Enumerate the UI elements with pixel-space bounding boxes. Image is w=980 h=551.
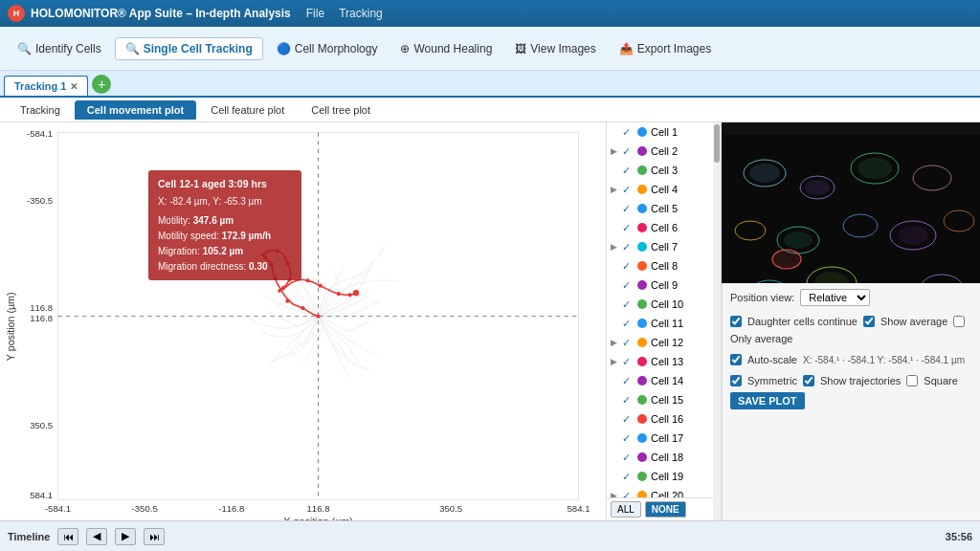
cell-list-item[interactable]: ✓ Cell 11 [607,314,721,333]
position-view-row: Position view: Relative Absolute [730,289,972,306]
cell-list-item[interactable]: ✓ Cell 1 [607,122,721,142]
wound-healing-label: Wound Healing [413,42,492,55]
cell-check-icon: ✓ [622,432,634,445]
cell-check-icon: ✓ [622,145,634,158]
svg-point-30 [319,284,323,288]
tab-tracking-1-label: Tracking 1 [14,80,66,92]
cell-list-scrollbar[interactable] [713,122,721,520]
subtab-cell-movement-plot[interactable]: Cell movement plot [75,100,196,120]
cell-list-item[interactable]: ▶ ✓ Cell 4 [607,180,721,199]
cell-list-item[interactable]: ✓ Cell 9 [607,276,721,295]
cell-list-item[interactable]: ✓ Cell 5 [607,199,721,218]
cell-list-item[interactable]: ▶ ✓ Cell 12 [607,333,721,352]
show-average-label: Show average [880,316,947,327]
cell-name-label: Cell 13 [651,356,683,367]
none-btn[interactable]: NONE [645,501,686,518]
square-checkbox[interactable] [906,375,918,386]
only-average-checkbox[interactable] [953,316,965,327]
cell-list-item[interactable]: ✓ Cell 8 [607,256,721,276]
cell-list-container: ✓ Cell 1 ▶ ✓ Cell 2 ✓ Cell 3 ▶ ✓ Cell 4 … [607,122,721,520]
cell-expand-icon: ▶ [611,185,618,194]
cell-list-item[interactable]: ✓ Cell 18 [607,448,721,467]
cell-list-item[interactable]: ▶ ✓ Cell 13 [607,352,721,371]
svg-point-46 [898,226,928,245]
menu-tracking[interactable]: Tracking [339,7,383,20]
cell-name-label: Cell 17 [651,432,683,444]
timeline-first-btn[interactable]: ⏮ [57,528,78,545]
svg-point-27 [288,277,292,281]
cell-color-dot [637,414,647,424]
tab-tracking-1[interactable]: Tracking 1 ✕ [4,76,88,96]
cell-list-item[interactable]: ✓ Cell 10 [607,295,721,314]
cell-list-panel: ✓ Cell 1 ▶ ✓ Cell 2 ✓ Cell 3 ▶ ✓ Cell 4 … [607,122,722,520]
subtab-tracking[interactable]: Tracking [8,100,73,120]
cell-name-label: Cell 10 [651,298,683,310]
cell-color-dot [637,299,647,309]
show-average-checkbox[interactable] [863,316,875,327]
svg-point-32 [347,293,351,297]
svg-text:116.8: 116.8 [306,503,329,514]
cell-list-item[interactable]: ✓ Cell 19 [607,467,721,486]
cell-check-icon: ✓ [622,298,634,311]
auto-scale-row: Auto-scale X: -584.¹ · -584.1 Y: -584.¹ … [730,354,972,365]
single-cell-tracking-btn[interactable]: 🔍 Single Cell Tracking [115,37,263,60]
cell-list-item[interactable]: ✓ Cell 15 [607,390,721,409]
cell-color-dot [637,146,647,156]
svg-text:-350.5: -350.5 [27,195,53,206]
svg-point-19 [316,315,320,319]
cell-name-label: Cell 9 [651,279,678,291]
svg-text:X-position (µm): X-position (µm) [283,516,352,520]
daughter-cells-label: Daughter cells continue [747,316,858,327]
cell-list-item[interactable]: ✓ Cell 6 [607,218,721,237]
show-trajectories-checkbox[interactable] [803,375,814,386]
svg-text:584.1: 584.1 [30,490,53,500]
export-images-btn[interactable]: 📤 Export Images [610,38,721,59]
cell-color-dot [637,452,647,462]
svg-text:350.5: 350.5 [439,503,462,514]
timeline-next-btn[interactable]: ▶ [115,528,136,545]
cell-name-label: Cell 16 [651,413,683,425]
identify-cells-btn[interactable]: 🔍 Identify Cells [8,38,111,59]
cell-name-label: Cell 12 [651,337,683,348]
cell-name-label: Cell 5 [651,203,678,214]
svg-text:116.8: 116.8 [30,302,53,313]
subtab-cell-feature-plot[interactable]: Cell feature plot [198,100,297,120]
tab-bar: Tracking 1 ✕ + [0,71,980,98]
cell-list-item[interactable]: ✓ Cell 14 [607,371,721,390]
menu-file[interactable]: File [306,7,324,20]
auto-scale-checkbox[interactable] [730,354,742,365]
svg-point-22 [274,276,278,280]
export-images-icon: 📤 [619,42,634,55]
menu-bar[interactable]: File Tracking [306,7,394,20]
svg-text:584.1: 584.1 [567,503,590,514]
cell-list-item[interactable]: ▶ ✓ Cell 2 [607,142,721,161]
svg-point-26 [285,261,289,265]
daughter-cells-checkbox[interactable] [730,316,742,327]
movement-chart: Y position (µm) -584.1 -350.5 116.8 116.… [0,122,606,520]
cell-check-icon: ✓ [622,413,634,426]
cell-list-item[interactable]: ✓ Cell 16 [607,409,721,429]
timeline-prev-btn[interactable]: ◀ [86,528,107,545]
cell-expand-icon: ▶ [611,242,618,252]
view-images-btn[interactable]: 🖼 View Images [505,38,605,59]
all-btn[interactable]: ALL [611,501,641,518]
wound-healing-btn[interactable]: ⊕ Wound Healing [390,38,501,59]
svg-point-18 [353,290,359,296]
app-logo: H [8,5,25,22]
chart-area[interactable]: Y position (µm) -584.1 -350.5 116.8 116.… [0,122,607,520]
cell-list-item[interactable]: ✓ Cell 17 [607,429,721,448]
cell-list-item[interactable]: ▶ ✓ Cell 7 [607,237,721,256]
position-view-select[interactable]: Relative Absolute [800,289,870,306]
subtab-cell-tree-plot[interactable]: Cell tree plot [299,100,383,120]
add-tab-btn[interactable]: + [92,75,111,94]
tab-close-icon[interactable]: ✕ [70,81,78,92]
cell-morphology-btn[interactable]: 🔵 Cell Morphology [267,38,388,59]
svg-point-35 [749,164,780,183]
save-plot-btn[interactable]: SAVE PLOT [730,392,805,409]
cell-list-item[interactable]: ✓ Cell 3 [607,161,721,180]
cell-color-dot [637,338,647,347]
timeline-last-btn[interactable]: ⏭ [144,528,165,545]
single-cell-tracking-icon: 🔍 [125,42,140,55]
cell-color-dot [637,185,647,194]
symmetric-checkbox[interactable] [730,375,742,386]
